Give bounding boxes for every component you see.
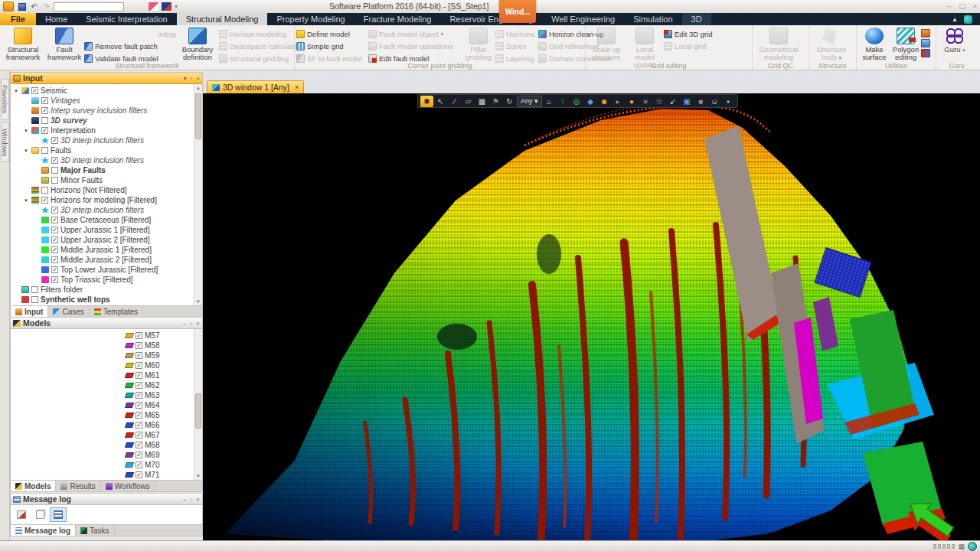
ribbon-tab[interactable]: Property Modeling: [267, 13, 354, 25]
corner-icon[interactable]: ↙: [667, 96, 680, 107]
model-item[interactable]: ✓ M64: [11, 400, 202, 410]
model-item[interactable]: ✓ M60: [11, 360, 202, 370]
tree-item[interactable]: Base Cretaceous [Filtered]: [11, 215, 202, 225]
panel-menu-icon[interactable]: ▾: [183, 75, 186, 82]
tree-item[interactable]: 3D interp inclusion filters: [11, 205, 202, 215]
box-icon[interactable]: ■: [694, 96, 707, 107]
model-checkbox[interactable]: ✓: [136, 432, 142, 439]
panel-tab[interactable]: Message log: [11, 525, 76, 536]
tree-item[interactable]: Vintages: [11, 96, 202, 106]
model-checkbox[interactable]: ✓: [136, 342, 142, 349]
panel-tab[interactable]: Tasks: [76, 525, 115, 536]
redo-icon[interactable]: ↷: [41, 2, 51, 11]
boundary-definition-button[interactable]: Boundary definition: [176, 26, 219, 61]
model-checkbox[interactable]: ✓: [136, 412, 142, 419]
polygon-editing-button[interactable]: Polygon editing: [890, 26, 921, 61]
table-icon[interactable]: ▦: [475, 96, 488, 107]
model-item[interactable]: ✓ M58: [11, 341, 202, 350]
twisty-icon[interactable]: [23, 197, 29, 204]
tree-item-checkbox[interactable]: [51, 217, 58, 223]
simple-grid-button[interactable]: Simple grid: [296, 41, 368, 52]
tree-item-checkbox[interactable]: [41, 147, 48, 154]
pin-icon[interactable]: ▫: [190, 320, 192, 327]
tree-item[interactable]: Top Triassic [Filtered]: [11, 275, 202, 285]
window-icon[interactable]: ▣: [681, 96, 694, 107]
ribbon-tab[interactable]: Well Engineering: [542, 13, 624, 25]
bulb-icon[interactable]: ●: [626, 96, 639, 107]
panel-minimize-icon[interactable]: –: [183, 320, 186, 327]
panel-close-icon[interactable]: ×: [196, 496, 200, 503]
cube-icon[interactable]: ◆: [584, 96, 597, 107]
notes-icon[interactable]: [162, 2, 172, 11]
remove-fault-patch-button[interactable]: Remove fault patch: [84, 41, 176, 52]
globe-icon[interactable]: [968, 542, 977, 551]
model-item[interactable]: ✓ M68: [11, 440, 202, 450]
twisty-icon[interactable]: [23, 148, 29, 154]
tree-item[interactable]: Seismic: [11, 86, 202, 96]
grid-toggle-icon[interactable]: ▦: [958, 543, 965, 550]
tree-item[interactable]: Interp survey inclusion filters: [11, 106, 202, 116]
model-checkbox[interactable]: ✓: [136, 372, 142, 379]
input-tree-scrollbar[interactable]: ▲ ▼: [194, 84, 202, 305]
tree-item-checkbox[interactable]: [31, 87, 38, 94]
tree-item[interactable]: Faults: [11, 145, 202, 155]
favorites-vertical-tab[interactable]: Favorites: [1, 79, 9, 120]
minimize-icon[interactable]: –: [947, 2, 951, 10]
tree-item[interactable]: Upper Jurassic 1 [Filtered]: [11, 225, 202, 235]
up-arrow-icon[interactable]: ↑: [557, 96, 570, 107]
tree-item-checkbox[interactable]: [51, 246, 58, 253]
model-item[interactable]: ✓ M65: [11, 410, 202, 420]
tree-item[interactable]: Top Lower Jurassic [Filtered]: [11, 265, 202, 275]
utility-icon-1[interactable]: [921, 29, 930, 37]
copy-log-button[interactable]: [31, 507, 48, 522]
tree-item-checkbox[interactable]: [41, 187, 48, 194]
ribbon-tab[interactable]: Fracture Modeling: [354, 13, 441, 25]
3d-viewport[interactable]: ✱↖∕▱▦⚑↻Any ▾⌂↑◎◆☻▸●∗☆↙▣■☺▪: [203, 93, 980, 540]
model-item[interactable]: ✓ M57: [11, 331, 202, 341]
tree-item-checkbox[interactable]: [51, 227, 58, 233]
model-checkbox[interactable]: ✓: [136, 422, 142, 429]
tree-item-checkbox[interactable]: [31, 286, 38, 293]
pin-icon[interactable]: ▫: [190, 496, 192, 503]
inspector-icon[interactable]: [149, 2, 158, 11]
models-scrollbar[interactable]: ▼: [194, 329, 202, 480]
tree-item-checkbox[interactable]: [51, 167, 58, 174]
model-checkbox[interactable]: ✓: [136, 461, 142, 468]
quick-search-input[interactable]: [54, 2, 124, 11]
tree-item[interactable]: 3D interp inclusion filters: [11, 155, 202, 165]
3d-window-tab[interactable]: 3D window 1 [Any] ×: [207, 80, 304, 93]
list-view-button[interactable]: [50, 507, 67, 522]
pin-icon[interactable]: ▫: [190, 75, 192, 82]
structural-framework-button[interactable]: Structural framework: [2, 26, 44, 61]
model-checkbox[interactable]: ✓: [136, 332, 142, 339]
cursor-icon[interactable]: ↖: [434, 96, 447, 107]
tree-item-checkbox[interactable]: [51, 276, 58, 283]
close-icon[interactable]: ×: [973, 2, 977, 10]
tree-item-checkbox[interactable]: [41, 127, 48, 134]
ribbon-tab[interactable]: Home: [36, 13, 77, 25]
model-item[interactable]: ✓ M59: [11, 350, 202, 360]
face-icon[interactable]: ☺: [708, 96, 721, 107]
define-model-button[interactable]: Define model: [296, 28, 368, 40]
maximize-icon[interactable]: ▢: [959, 2, 965, 10]
ribbon-tab[interactable]: File: [0, 13, 36, 25]
ribbon-tab[interactable]: Structural Modeling: [177, 13, 268, 25]
model-item[interactable]: ✓ M67: [11, 430, 202, 440]
twisty-icon[interactable]: [23, 128, 29, 134]
filter-dropdown[interactable]: Any ▾: [517, 96, 542, 107]
tree-item[interactable]: 3D survey: [11, 116, 202, 126]
model-checkbox[interactable]: ✓: [136, 442, 142, 448]
more-icon[interactable]: ▸: [612, 96, 625, 107]
tree-item[interactable]: Horizons [Not Filtered]: [11, 185, 202, 195]
tree-item[interactable]: Upper Jurassic 2 [Filtered]: [11, 235, 202, 245]
input-panel-header[interactable]: Input ▾ ▫ ×: [11, 73, 202, 84]
ribbon-tab[interactable]: 3D: [682, 13, 711, 25]
model-item[interactable]: ✓ M71: [11, 470, 202, 480]
save-icon[interactable]: [17, 2, 27, 11]
refresh-icon[interactable]: ↻: [503, 96, 516, 107]
panel-close-icon[interactable]: ×: [196, 75, 200, 82]
tree-item[interactable]: 3D interp inclusion filters: [11, 135, 202, 145]
tree-item-checkbox[interactable]: [41, 97, 48, 104]
windows-vertical-tab[interactable]: Windows: [1, 122, 9, 162]
models-panel-header[interactable]: Models – ▫ ×: [11, 318, 202, 329]
